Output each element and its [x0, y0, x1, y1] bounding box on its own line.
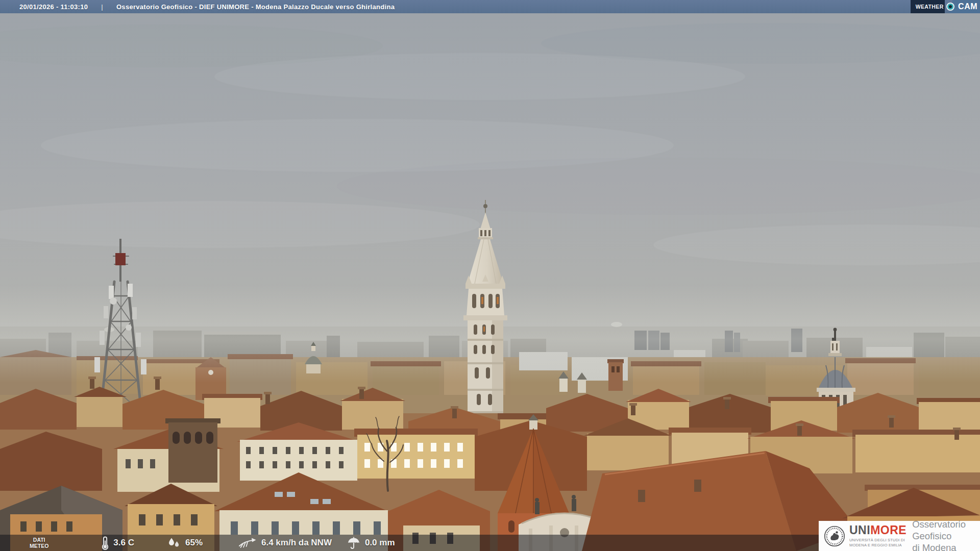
university-line1: UNIVERSITÀ DEGLI STUDI DI	[849, 538, 906, 543]
temperature-value: 3.6 C	[113, 538, 134, 548]
webcam-frame: 20/01/2026 - 11:03:10 | Osservatorio Geo…	[0, 0, 980, 551]
unimore-wordmark: UNIMORE UNIVERSITÀ DEGLI STUDI DI MODENA…	[849, 524, 906, 548]
thermometer-icon	[102, 536, 109, 550]
meteo-label: DATI METEO	[30, 537, 48, 549]
separator: |	[101, 3, 103, 11]
precipitation-readout: 0.0 mm	[347, 537, 395, 549]
humidity-drops-icon	[167, 537, 181, 549]
webcam-photo	[0, 0, 980, 551]
temperature-readout: 3.6 C	[102, 536, 134, 550]
precipitation-value: 0.0 mm	[365, 538, 395, 548]
unimore-uni: UNI	[849, 523, 870, 537]
unimore-seal-icon	[824, 525, 845, 547]
humidity-readout: 65%	[167, 537, 203, 549]
brick-tower	[607, 359, 624, 391]
weathercam-weather-label: WEATHER	[916, 4, 944, 10]
title-bar: 20/01/2026 - 11:03:10 | Osservatorio Geo…	[0, 0, 980, 13]
observatory-name: Osservatorio Geofisico di Modena	[912, 518, 980, 551]
wind-readout: 6.4 km/h da NNW	[238, 537, 332, 549]
unimore-credit: UNIMORE UNIVERSITÀ DEGLI STUDI DI MODENA…	[819, 521, 980, 551]
humidity-value: 65%	[185, 538, 203, 548]
weathercam-cam-label: CAM	[958, 2, 977, 11]
weathercam-logo-left: WEATHER	[911, 0, 945, 13]
umbrella-icon	[347, 537, 360, 549]
wind-value: 6.4 km/h da NNW	[261, 538, 332, 548]
timestamp: 20/01/2026 - 11:03:10	[19, 3, 88, 11]
wind-vane-icon	[238, 537, 257, 549]
unimore-more: MORE	[870, 523, 906, 537]
weathercam-logo: WEATHER CAM	[911, 0, 980, 13]
weathercam-lens-icon	[946, 3, 954, 11]
university-line2: MODENA E REGGIO EMILIA	[849, 543, 906, 548]
camera-title: Osservatorio Geofisico - DIEF UNIMORE - …	[116, 3, 395, 11]
